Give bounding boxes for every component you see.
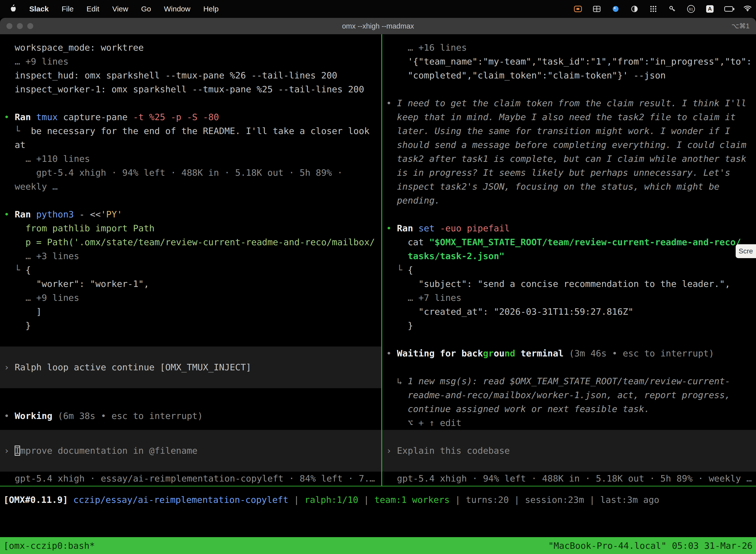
text-segment: Ralph loop active continue [OMX_TMUX_INJ… (15, 362, 251, 372)
app-grid-icon[interactable] (649, 4, 658, 13)
half-circle-app-icon[interactable] (630, 4, 639, 13)
input-source-icon[interactable]: A (705, 4, 714, 13)
screen-recording-indicator-icon[interactable] (573, 4, 582, 13)
text-segment: └ (4, 265, 25, 275)
text-segment: • (386, 223, 397, 233)
blank-line (386, 208, 756, 221)
text-segment: ralph:1/10 (305, 495, 359, 505)
text-segment: … +7 lines (386, 293, 461, 303)
text-segment: (6m 38s • esc to interrupt) (58, 411, 203, 421)
zoom-button[interactable] (27, 23, 33, 29)
window-title-bar[interactable]: omx --xhigh --madmax ⌥⌘1 (0, 18, 756, 34)
menu-help[interactable]: Help (203, 5, 219, 13)
text-segment: should send a message before completing … (386, 140, 746, 150)
blank-line (4, 333, 381, 346)
key-icon[interactable] (668, 4, 677, 13)
waiting-status-line: • Waiting for background terminal (3m 46… (386, 346, 756, 361)
text-segment: from pathlib import Path (4, 223, 154, 233)
text-segment: terminal (515, 348, 569, 358)
text-segment: inspect_hud: omx sparkshell --tmux-pane … (4, 70, 337, 80)
terminal-line: continue assigned work or next feasible … (386, 402, 756, 416)
text-segment: … +3 lines (4, 251, 79, 261)
menu-edit[interactable]: Edit (86, 5, 100, 13)
tmux-inject-notice-band: › Ralph loop active continue [OMX_TMUX_I… (0, 346, 381, 388)
tmux-session-label: [omx-cczip0:bash* (3, 541, 95, 551)
menu-file[interactable]: File (62, 5, 73, 13)
text-segment: ou (494, 348, 504, 358)
terminal-line: • Ran python3 - <<'PY' (4, 208, 381, 221)
text-segment: › (386, 446, 397, 456)
text-segment: weekly … (4, 181, 58, 191)
text-cursor: I (15, 446, 20, 456)
terminal-line: should send a message before completing … (386, 138, 756, 152)
text-segment: [OMX#0.11.9] (3, 495, 73, 505)
terminal-line: cat "$OMX_TEAM_STATE_ROOT/team/review-cu… (386, 235, 756, 249)
blank-line (386, 361, 756, 374)
apple-menu-icon[interactable] (10, 4, 16, 14)
text-segment: python3 (36, 209, 79, 219)
blank-line (386, 333, 756, 346)
blank-line (386, 82, 756, 96)
terminal-line: … +9 lines (4, 55, 381, 68)
close-button[interactable] (6, 23, 12, 29)
pane-footer-line: gpt-5.4 xhigh · 94% left · 488K in · 5.1… (386, 472, 756, 486)
text-segment: } (386, 321, 413, 331)
text-segment: Ran (15, 112, 36, 122)
prompt-input-band[interactable]: › Explain this codebase (382, 430, 756, 472)
text-segment: workspace_mode: worktree (4, 43, 144, 53)
text-segment: ↳ (386, 376, 408, 386)
text-segment: } (4, 321, 31, 331)
blue-app-icon[interactable] (611, 4, 620, 13)
terminal-line: readme-and-reco/mailbox/worker-1.json, a… (386, 388, 756, 402)
text-segment: -t %25 -p -S -80 (133, 112, 219, 122)
gauge-badge-icon[interactable]: 61 (687, 4, 695, 13)
blank-line (4, 96, 381, 110)
prompt-input-band[interactable]: › Improve documentation in @filename (0, 430, 381, 472)
text-segment: › (4, 362, 15, 372)
text-segment: ] (4, 307, 42, 317)
text-segment: gpt-5.4 xhigh · 94% left · 488K in · 5.1… (386, 473, 752, 484)
menu-go[interactable]: Go (141, 5, 151, 13)
text-segment: … +9 lines (4, 293, 79, 303)
terminal-line: keep that in mind. Maybe I also need the… (386, 110, 756, 124)
text-segment: -euo pipefail (440, 223, 510, 233)
menu-window[interactable]: Window (164, 5, 190, 13)
right-pane[interactable]: … +16 lines '{"team_name":"my-team","tas… (382, 34, 756, 486)
text-segment: › (4, 446, 15, 456)
wifi-icon[interactable] (743, 4, 752, 13)
text-segment: • (4, 209, 15, 219)
text-segment: { (25, 265, 31, 275)
terminal-line: • Ran set -euo pipefail (386, 221, 756, 235)
spacer (4, 423, 381, 430)
terminal-line: … +16 lines (386, 41, 756, 55)
text-segment: cczip/essay/ai-reimplementation-copyleft (73, 495, 289, 505)
tmux-status-bar: [omx-cczip0:bash* "MacBook-Pro-44.local"… (0, 537, 756, 554)
text-segment: tmux (36, 112, 63, 122)
terminal-line: later. Using the same for transition mig… (386, 124, 756, 138)
window-grid-icon[interactable] (592, 4, 601, 13)
text-segment: (3m 46s • esc to interrupt) (569, 348, 714, 358)
blank-line (4, 193, 381, 208)
macos-menu-bar: Slack File Edit View Go Window Help (0, 0, 756, 18)
text-segment: Waiting for back (397, 348, 483, 358)
text-segment: … +16 lines (386, 43, 467, 53)
text-segment: { (408, 265, 413, 275)
text-segment: continue assigned work or next feasible … (386, 404, 649, 414)
battery-icon[interactable] (724, 4, 733, 13)
text-segment: 'PY' (101, 209, 122, 219)
omx-status-line: [OMX#0.11.9] cczip/essay/ai-reimplementa… (0, 493, 756, 507)
screen-share-tooltip[interactable]: Scre (736, 244, 756, 258)
terminal-line: } (4, 319, 381, 333)
terminal-line: inspect_hud: omx sparkshell --tmux-pane … (4, 68, 381, 82)
minimize-button[interactable] (17, 23, 23, 29)
terminal-line: from pathlib import Path (4, 221, 381, 235)
text-segment: mprove documentation in @filename (20, 446, 197, 456)
menu-view[interactable]: View (112, 5, 128, 13)
text-segment: p = Path('.omx/state/team/review-current… (4, 237, 375, 247)
apple-logo-glyph (10, 4, 16, 12)
left-pane[interactable]: workspace_mode: worktree … +9 lines insp… (0, 34, 381, 486)
menu-app-name[interactable]: Slack (29, 5, 49, 13)
text-segment: readme-and-reco/mailbox/worker-1.json, a… (386, 390, 730, 400)
text-segment: inspect_worker-1: omx sparkshell --tmux-… (4, 84, 364, 94)
terminal-line: … +7 lines (386, 291, 756, 305)
